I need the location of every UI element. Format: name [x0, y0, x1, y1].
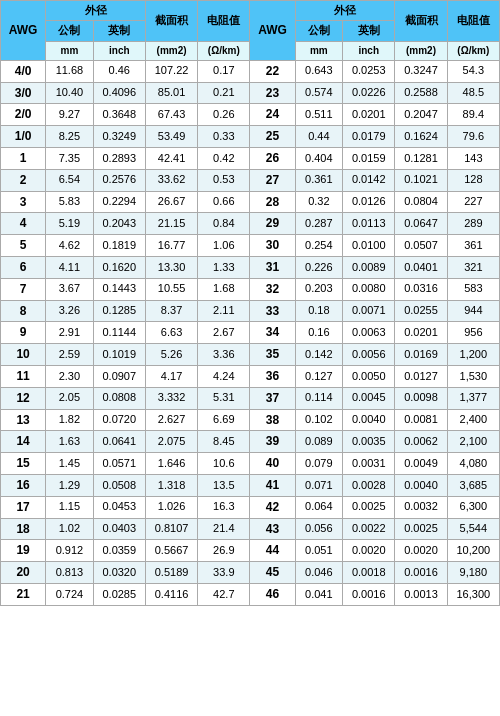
cell-23-1: 0.813 [46, 562, 94, 584]
cell-7-2: 0.2043 [93, 213, 145, 235]
cell-19-2: 0.0508 [93, 474, 145, 496]
cell-14-4: 4.24 [198, 365, 250, 387]
cell-13-3: 5.26 [145, 344, 197, 366]
cell-4-5: 26 [250, 147, 295, 169]
awg-header-left: AWG [1, 1, 46, 61]
cell-20-7: 0.0025 [343, 496, 395, 518]
cell-14-6: 0.127 [295, 365, 343, 387]
outer-dia-header-right: 外径 [295, 1, 395, 21]
cell-7-8: 0.0647 [395, 213, 447, 235]
cell-18-3: 1.646 [145, 453, 197, 475]
table-row: 4/011.680.46107.220.17220.6430.02530.324… [1, 60, 500, 82]
table-row: 102.590.10195.263.36350.1420.00560.01691… [1, 344, 500, 366]
cell-6-6: 0.32 [295, 191, 343, 213]
table-row: 17.350.289342.410.42260.4040.01590.12811… [1, 147, 500, 169]
cell-13-0: 10 [1, 344, 46, 366]
cell-16-9: 2,400 [447, 409, 499, 431]
cell-23-5: 45 [250, 562, 295, 584]
table-row: 35.830.229426.670.66280.320.01260.080422… [1, 191, 500, 213]
cell-4-4: 0.42 [198, 147, 250, 169]
cell-4-1: 7.35 [46, 147, 94, 169]
cell-7-7: 0.0113 [343, 213, 395, 235]
cell-7-6: 0.287 [295, 213, 343, 235]
inch-sub-right: 英制 [343, 21, 395, 41]
table-row: 83.260.12858.372.11330.180.00710.0255944 [1, 300, 500, 322]
cell-1-5: 23 [250, 82, 295, 104]
cell-14-5: 36 [250, 365, 295, 387]
cell-1-7: 0.0226 [343, 82, 395, 104]
cell-13-5: 35 [250, 344, 295, 366]
cell-12-7: 0.0063 [343, 322, 395, 344]
cell-24-6: 0.041 [295, 583, 343, 605]
res-unit-left: (Ω/km) [198, 41, 250, 60]
cell-10-0: 7 [1, 278, 46, 300]
table-row: 2/09.270.364867.430.26240.5110.02010.204… [1, 104, 500, 126]
cell-8-0: 5 [1, 235, 46, 257]
cell-8-2: 0.1819 [93, 235, 145, 257]
cell-2-5: 24 [250, 104, 295, 126]
res-unit-right: (Ω/km) [447, 41, 499, 60]
cell-6-2: 0.2294 [93, 191, 145, 213]
area-unit-left: (mm2) [145, 41, 197, 60]
mm-unit-right: mm [295, 41, 343, 60]
cell-8-3: 16.77 [145, 235, 197, 257]
cell-22-9: 10,200 [447, 540, 499, 562]
cell-16-3: 2.627 [145, 409, 197, 431]
cell-17-1: 1.63 [46, 431, 94, 453]
cell-16-2: 0.0720 [93, 409, 145, 431]
cell-13-9: 1,200 [447, 344, 499, 366]
table-row: 64.110.162013.301.33310.2260.00890.04013… [1, 256, 500, 278]
table-row: 54.620.181916.771.06300.2540.01000.05073… [1, 235, 500, 257]
cell-8-4: 1.06 [198, 235, 250, 257]
cell-10-1: 3.67 [46, 278, 94, 300]
cell-21-7: 0.0022 [343, 518, 395, 540]
cell-11-6: 0.18 [295, 300, 343, 322]
cell-5-5: 27 [250, 169, 295, 191]
cell-6-4: 0.66 [198, 191, 250, 213]
cell-23-4: 33.9 [198, 562, 250, 584]
cell-9-5: 31 [250, 256, 295, 278]
cell-14-2: 0.0907 [93, 365, 145, 387]
cell-9-3: 13.30 [145, 256, 197, 278]
cell-23-3: 0.5189 [145, 562, 197, 584]
cell-20-8: 0.0032 [395, 496, 447, 518]
table-row: 171.150.04531.02616.3420.0640.00250.0032… [1, 496, 500, 518]
cell-4-2: 0.2893 [93, 147, 145, 169]
cell-0-2: 0.46 [93, 60, 145, 82]
cell-18-7: 0.0031 [343, 453, 395, 475]
cell-20-4: 16.3 [198, 496, 250, 518]
cell-5-0: 2 [1, 169, 46, 191]
cell-14-0: 11 [1, 365, 46, 387]
cell-17-2: 0.0641 [93, 431, 145, 453]
cell-24-3: 0.4116 [145, 583, 197, 605]
cell-10-6: 0.203 [295, 278, 343, 300]
cell-5-9: 128 [447, 169, 499, 191]
cell-16-7: 0.0040 [343, 409, 395, 431]
cell-12-3: 6.63 [145, 322, 197, 344]
cell-7-0: 4 [1, 213, 46, 235]
cell-5-7: 0.0142 [343, 169, 395, 191]
cell-24-4: 42.7 [198, 583, 250, 605]
cell-10-3: 10.55 [145, 278, 197, 300]
cell-15-2: 0.0808 [93, 387, 145, 409]
cell-14-7: 0.0050 [343, 365, 395, 387]
table-row: 73.670.144310.551.68320.2030.00800.03165… [1, 278, 500, 300]
cell-16-0: 13 [1, 409, 46, 431]
table-row: 122.050.08083.3325.31370.1140.00450.0098… [1, 387, 500, 409]
table-row: 200.8130.03200.518933.9450.0460.00180.00… [1, 562, 500, 584]
cell-15-1: 2.05 [46, 387, 94, 409]
cell-5-1: 6.54 [46, 169, 94, 191]
cell-2-8: 0.2047 [395, 104, 447, 126]
cell-22-8: 0.0020 [395, 540, 447, 562]
cell-10-2: 0.1443 [93, 278, 145, 300]
cell-24-1: 0.724 [46, 583, 94, 605]
cell-10-7: 0.0080 [343, 278, 395, 300]
table-row: 151.450.05711.64610.6400.0790.00310.0049… [1, 453, 500, 475]
awg-table-container: AWG 外径 截面积 电阻值 AWG 外径 截面积 电阻值 公制 英制 公制 英… [0, 0, 500, 606]
cell-16-8: 0.0081 [395, 409, 447, 431]
cell-17-3: 2.075 [145, 431, 197, 453]
mm-unit-left: mm [46, 41, 94, 60]
cell-7-4: 0.84 [198, 213, 250, 235]
cell-0-4: 0.17 [198, 60, 250, 82]
cell-3-5: 25 [250, 126, 295, 148]
